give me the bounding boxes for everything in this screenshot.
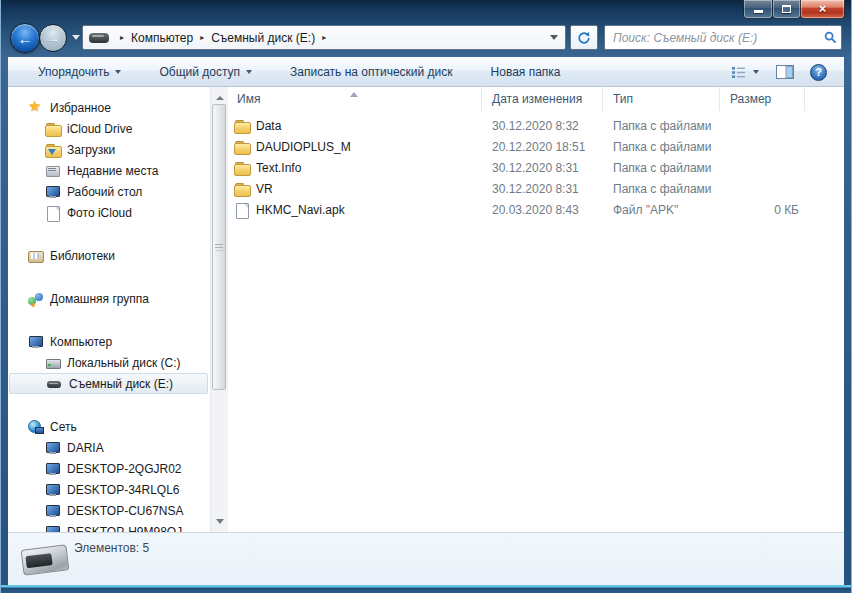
network-pc-icon bbox=[45, 461, 61, 477]
file-size bbox=[720, 157, 805, 178]
sidebar-item-network-pc[interactable]: DESKTOP-34RLQL6 bbox=[8, 479, 210, 500]
search-input[interactable] bbox=[605, 31, 819, 45]
maximize-button[interactable] bbox=[772, 0, 801, 19]
file-type: Файл "APK" bbox=[603, 199, 720, 220]
computer-icon bbox=[28, 334, 44, 350]
hard-disk-icon bbox=[45, 355, 61, 371]
address-dropdown-button[interactable] bbox=[545, 31, 563, 44]
sidebar-item-computer[interactable]: Компьютер bbox=[8, 331, 210, 352]
file-size bbox=[720, 178, 805, 199]
sidebar-item-desktop[interactable]: Рабочий стол bbox=[8, 181, 210, 202]
file-icon bbox=[45, 205, 61, 221]
network-pc-icon bbox=[45, 440, 61, 456]
sidebar-item-label: Рабочий стол bbox=[67, 185, 142, 199]
sidebar-item-label: Съемный диск (E:) bbox=[69, 377, 173, 391]
help-button[interactable]: ? bbox=[807, 61, 830, 84]
preview-pane-button[interactable] bbox=[773, 62, 797, 82]
file-size bbox=[720, 136, 805, 157]
folder-icon bbox=[234, 160, 250, 176]
sidebar-item-network-pc[interactable]: DESKTOP-2QGJR02 bbox=[8, 458, 210, 479]
history-dropdown-icon[interactable] bbox=[72, 35, 80, 44]
usb-drive-large-icon bbox=[21, 544, 70, 575]
file-size: 0 КБ bbox=[720, 199, 805, 220]
file-name: Text.Info bbox=[256, 161, 301, 175]
column-header-size[interactable]: Размер bbox=[720, 87, 805, 111]
sidebar-item-removable-disk-e[interactable]: Съемный диск (E:) bbox=[9, 373, 208, 394]
chevron-down-icon bbox=[115, 70, 121, 77]
sidebar-item-network-pc[interactable]: DESKTOP-H9M98OJ bbox=[8, 521, 210, 532]
file-rows: Data 30.12.2020 8:32 Папка с файлами DAU… bbox=[228, 115, 844, 220]
file-row-textinfo[interactable]: Text.Info 30.12.2020 8:31 Папка с файлам… bbox=[228, 157, 844, 178]
window-border-left bbox=[0, 57, 8, 585]
column-header-filler bbox=[805, 87, 844, 111]
sidebar-item-label: DESKTOP-CU67NSA bbox=[67, 504, 183, 518]
sidebar-item-network[interactable]: Сеть bbox=[8, 416, 210, 437]
change-view-button[interactable] bbox=[727, 62, 763, 83]
folder-icon bbox=[234, 118, 250, 134]
back-button[interactable]: ← bbox=[10, 23, 40, 53]
sidebar-item-icloud-photos[interactable]: Фото iCloud bbox=[8, 202, 210, 223]
sidebar-item-recent-places[interactable]: Недавние места bbox=[8, 160, 210, 181]
sidebar-item-favorites[interactable]: Избранное bbox=[8, 97, 210, 118]
column-header-type[interactable]: Тип bbox=[603, 87, 720, 111]
breadcrumb-separator-icon[interactable]: ▸ bbox=[315, 33, 333, 42]
magnifier-glyph bbox=[824, 31, 837, 44]
network-pc-icon bbox=[45, 524, 61, 533]
scroll-down-button[interactable] bbox=[211, 515, 229, 532]
file-type: Папка с файлами bbox=[603, 136, 720, 157]
file-name: DAUDIOPLUS_M bbox=[256, 140, 351, 154]
sidebar-item-label: DESKTOP-H9M98OJ bbox=[67, 525, 182, 533]
usb-drive-icon bbox=[47, 376, 63, 392]
sidebar-item-icloud-drive[interactable]: iCloud Drive bbox=[8, 118, 210, 139]
sidebar-item-homegroup[interactable]: Домашняя группа bbox=[8, 288, 210, 309]
file-row-data[interactable]: Data 30.12.2020 8:32 Папка с файлами bbox=[228, 115, 844, 136]
scroll-up-button[interactable] bbox=[211, 87, 229, 104]
help-icon: ? bbox=[810, 64, 827, 81]
burn-label: Записать на оптический диск bbox=[290, 65, 453, 79]
breadcrumb-computer[interactable]: Компьютер bbox=[131, 31, 193, 45]
navigation-pane: Избранное iCloud Drive Загрузки Недавние… bbox=[8, 87, 210, 532]
minimize-button[interactable] bbox=[743, 0, 773, 19]
desktop-icon bbox=[45, 184, 61, 200]
scrollbar-thumb[interactable] bbox=[212, 104, 226, 390]
items-count: Элементов: 5 bbox=[74, 541, 149, 555]
file-date: 30.12.2020 8:31 bbox=[482, 178, 603, 199]
sidebar-item-label: DESKTOP-2QGJR02 bbox=[67, 462, 181, 476]
new-folder-button[interactable]: Новая папка bbox=[481, 60, 571, 84]
sidebar-item-downloads[interactable]: Загрузки bbox=[8, 139, 210, 160]
sidebar-item-libraries[interactable]: Библиотеки bbox=[8, 245, 210, 266]
share-button[interactable]: Общий доступ bbox=[149, 60, 262, 84]
list-view-icon bbox=[731, 66, 746, 79]
close-button[interactable] bbox=[800, 0, 845, 19]
sidebar-item-local-disk-c[interactable]: Локальный диск (C:) bbox=[8, 352, 210, 373]
sidebar-scrollbar[interactable] bbox=[210, 87, 228, 532]
file-row-vr[interactable]: VR 30.12.2020 8:31 Папка с файлами bbox=[228, 178, 844, 199]
network-icon bbox=[28, 419, 44, 435]
sidebar-item-label: Компьютер bbox=[50, 335, 112, 349]
breadcrumb-removable-disk[interactable]: Съемный диск (E:) bbox=[211, 31, 315, 45]
toolbar-right-group: ? bbox=[727, 57, 830, 87]
refresh-icon bbox=[577, 31, 591, 45]
organize-button[interactable]: Упорядочить bbox=[28, 60, 131, 84]
file-name: HKMC_Navi.apk bbox=[256, 203, 345, 217]
forward-button[interactable]: → bbox=[39, 24, 67, 52]
column-header-date-modified[interactable]: Дата изменения bbox=[482, 87, 603, 111]
file-size bbox=[720, 115, 805, 136]
minimize-icon bbox=[754, 10, 763, 13]
file-date: 30.12.2020 8:32 bbox=[482, 115, 603, 136]
folder-download-icon bbox=[45, 142, 61, 158]
file-icon bbox=[234, 202, 250, 218]
file-type: Папка с файлами bbox=[603, 178, 720, 199]
sidebar-item-label: iCloud Drive bbox=[67, 122, 132, 136]
file-name: VR bbox=[256, 182, 273, 196]
refresh-button[interactable] bbox=[570, 25, 598, 50]
file-row-daudioplus[interactable]: DAUDIOPLUS_M 20.12.2020 18:51 Папка с фа… bbox=[228, 136, 844, 157]
file-row-hkmc-navi-apk[interactable]: HKMC_Navi.apk 20.03.2020 8:43 Файл "APK"… bbox=[228, 199, 844, 220]
sidebar-item-label: Сеть bbox=[50, 420, 77, 434]
chevron-down-icon bbox=[753, 70, 759, 77]
sidebar-item-network-pc[interactable]: DESKTOP-CU67NSA bbox=[8, 500, 210, 521]
burn-to-disc-button[interactable]: Записать на оптический диск bbox=[280, 60, 463, 84]
address-bar[interactable]: ▸ Компьютер ▸ Съемный диск (E:) ▸ bbox=[82, 25, 566, 50]
search-icon[interactable] bbox=[819, 26, 841, 49]
sidebar-item-network-pc[interactable]: DARIA bbox=[8, 437, 210, 458]
